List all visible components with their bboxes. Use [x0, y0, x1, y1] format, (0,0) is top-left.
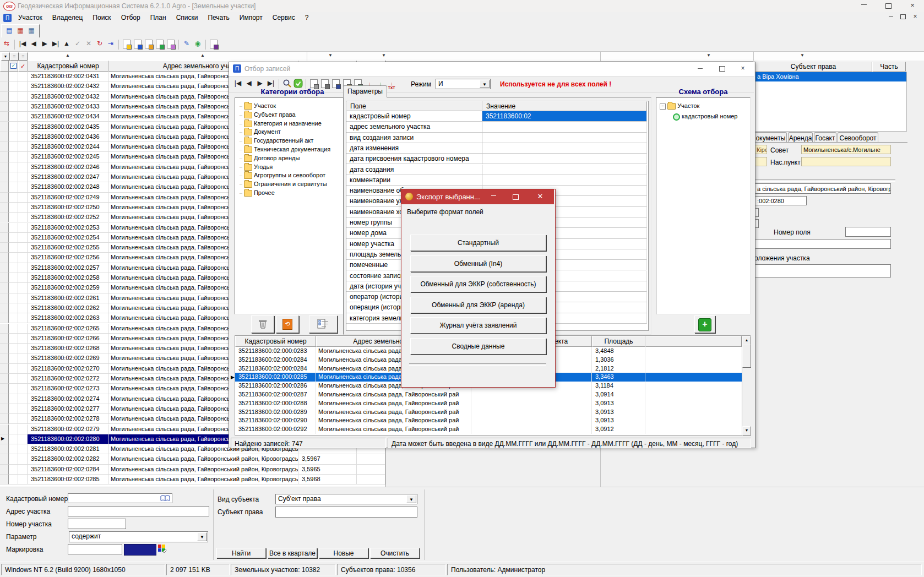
menu-владелец[interactable]: Владелец: [47, 12, 88, 23]
table-row[interactable]: 3521183600:02:002:0282Могильненська сіль…: [0, 454, 385, 464]
chevron-down-icon[interactable]: ▼: [406, 495, 416, 503]
refresh-icon[interactable]: ↻: [94, 39, 105, 49]
row-marked[interactable]: [18, 353, 28, 363]
row-selector[interactable]: [0, 353, 9, 363]
res-col-number[interactable]: Кадастровый номер: [235, 336, 316, 347]
col-header-subject[interactable]: Субъект права: [754, 62, 872, 72]
row-checkbox[interactable]: [9, 364, 18, 374]
notebook-icon[interactable]: ▦: [15, 25, 26, 36]
export-ekkr-own-button[interactable]: Обменный для ЭККР (собственность): [410, 276, 546, 292]
wizard-icon[interactable]: [165, 39, 176, 49]
naspunkt-field[interactable]: [801, 157, 891, 166]
row-marked[interactable]: [18, 414, 28, 424]
address-input[interactable]: [68, 506, 209, 516]
row-selector[interactable]: ▶: [0, 434, 9, 444]
row-checkbox[interactable]: [9, 162, 18, 172]
close-button[interactable]: ×: [901, 1, 924, 12]
location-field[interactable]: [754, 264, 891, 277]
export-close-button[interactable]: ✕: [532, 192, 548, 200]
row-marked[interactable]: [18, 223, 28, 233]
row-checkbox[interactable]: [9, 313, 18, 323]
row-checkbox[interactable]: [9, 394, 18, 404]
row-marked[interactable]: [18, 293, 28, 303]
dialog-maximize-button[interactable]: [713, 64, 731, 75]
row-selector[interactable]: [0, 213, 9, 222]
row-selector[interactable]: [0, 182, 9, 192]
row-selector[interactable]: [0, 384, 9, 394]
wide-field[interactable]: [754, 239, 891, 249]
row-checkbox[interactable]: [9, 122, 18, 132]
row-selector[interactable]: [0, 364, 9, 374]
results-scrollbar[interactable]: ▲ ▼: [742, 336, 751, 435]
sort-asc-icon[interactable]: ▲: [66, 53, 70, 58]
row-checkbox[interactable]: [9, 353, 18, 363]
row-marked[interactable]: [18, 81, 28, 91]
scroll-up-icon[interactable]: ▲: [742, 336, 751, 345]
category-item[interactable]: ┄ Субъект права: [240, 111, 296, 118]
menu-списки[interactable]: Списки: [171, 12, 203, 23]
row-checkbox[interactable]: [9, 263, 18, 273]
up-icon[interactable]: ▲: [61, 39, 72, 49]
row-selector[interactable]: [0, 334, 9, 344]
category-item[interactable]: ┄ Участок: [240, 102, 276, 110]
row-selector[interactable]: [0, 152, 9, 162]
param-value[interactable]: [482, 175, 647, 186]
row-selector[interactable]: [0, 132, 9, 142]
row-selector[interactable]: [0, 263, 9, 273]
kadnum-field[interactable]: :002:0280: [754, 196, 807, 205]
grid-option-button[interactable]: =: [10, 52, 19, 61]
table-row[interactable]: 3521183600:02:002:0284Могильненська сіль…: [0, 465, 385, 475]
row-selector[interactable]: [0, 72, 9, 81]
row-marked[interactable]: [18, 364, 28, 374]
export-summary-button[interactable]: Сводные данные: [410, 338, 546, 355]
row-checkbox[interactable]: [9, 303, 18, 313]
row-checkbox[interactable]: [9, 374, 18, 384]
row-checkbox[interactable]: [9, 182, 18, 192]
row-selector[interactable]: [0, 122, 9, 132]
row-marked[interactable]: [18, 324, 28, 334]
row-marked[interactable]: [18, 434, 28, 444]
mdi-minimize-button[interactable]: [885, 12, 896, 23]
table-row[interactable]: 3521183600:02:002:0285Могильненська сіль…: [0, 475, 385, 485]
row-marked[interactable]: [18, 374, 28, 384]
menu-печать[interactable]: Печать: [203, 12, 234, 23]
subject-kind-select[interactable]: Суб'ект права▼: [275, 494, 417, 504]
row-marked[interactable]: [18, 102, 28, 112]
row-selector[interactable]: [0, 223, 9, 233]
row-checkbox[interactable]: [9, 414, 18, 424]
kad-number-input[interactable]: [68, 493, 172, 503]
row-marked[interactable]: [18, 263, 28, 273]
row-checkbox[interactable]: [9, 72, 18, 81]
row-checkbox[interactable]: [9, 253, 18, 263]
row-selector[interactable]: [0, 193, 9, 203]
row-selector[interactable]: [0, 172, 9, 182]
menu-сервис[interactable]: Сервис: [268, 12, 300, 23]
row-checkbox[interactable]: [9, 424, 18, 434]
row-marked[interactable]: [18, 213, 28, 222]
marking-input[interactable]: [68, 544, 122, 554]
row-marked[interactable]: [18, 394, 28, 404]
row-marked[interactable]: [18, 404, 28, 414]
copy-doc-icon[interactable]: [154, 39, 165, 49]
category-item[interactable]: ┄ Ограничения и сервитуты: [240, 181, 327, 188]
parameter-row[interactable]: дата изменения: [346, 143, 647, 154]
minimize-button[interactable]: [852, 1, 876, 12]
row-marked[interactable]: [18, 253, 28, 263]
menu-отбор[interactable]: Отбор: [116, 12, 145, 23]
row-selector[interactable]: [0, 233, 9, 243]
filter-down-icon-3[interactable]: ▼: [706, 53, 711, 58]
row-checkbox[interactable]: [9, 384, 18, 394]
row-selector[interactable]: [0, 283, 9, 293]
row-checkbox[interactable]: [9, 444, 18, 454]
export-standard-button[interactable]: Стандартный: [410, 235, 546, 251]
last-record-icon[interactable]: ▶|: [50, 39, 61, 49]
dialog-close-button[interactable]: ×: [733, 64, 752, 75]
row-selector[interactable]: [0, 313, 9, 323]
parameter-row[interactable]: дата создания: [346, 165, 647, 175]
row-marked[interactable]: [18, 182, 28, 192]
select-all-checkbox[interactable]: ✓: [9, 61, 18, 72]
new-doc-icon[interactable]: [121, 39, 132, 49]
export-journal-button[interactable]: Журнал учёта заявлений: [410, 317, 546, 334]
book-icon[interactable]: [160, 495, 170, 502]
row-checkbox[interactable]: [9, 203, 18, 213]
